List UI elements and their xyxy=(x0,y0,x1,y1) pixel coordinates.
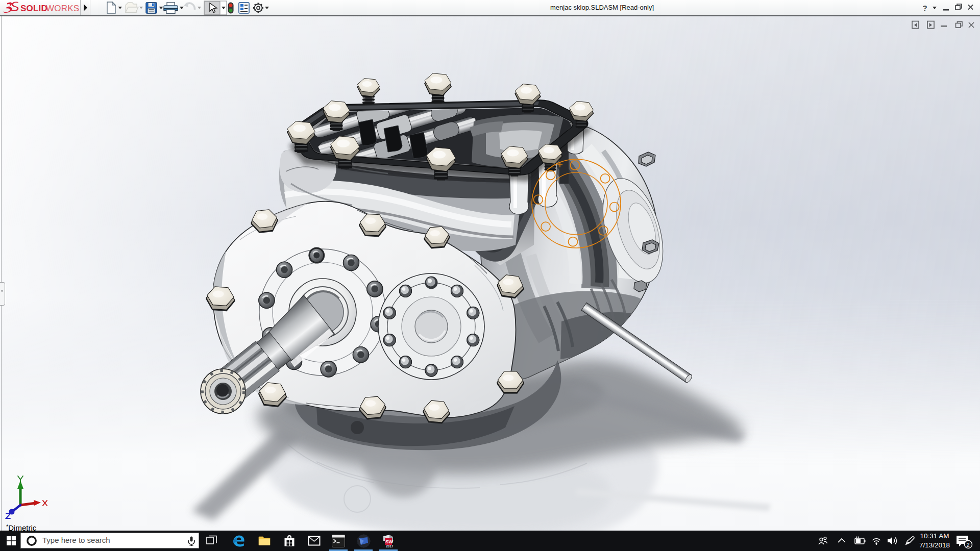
svg-text:SOLID: SOLID xyxy=(20,4,47,13)
svg-text:2: 2 xyxy=(967,542,970,548)
svg-text:SW: SW xyxy=(385,539,393,544)
svg-text:WORKS: WORKS xyxy=(46,4,79,13)
svg-text:2017: 2017 xyxy=(386,544,394,548)
